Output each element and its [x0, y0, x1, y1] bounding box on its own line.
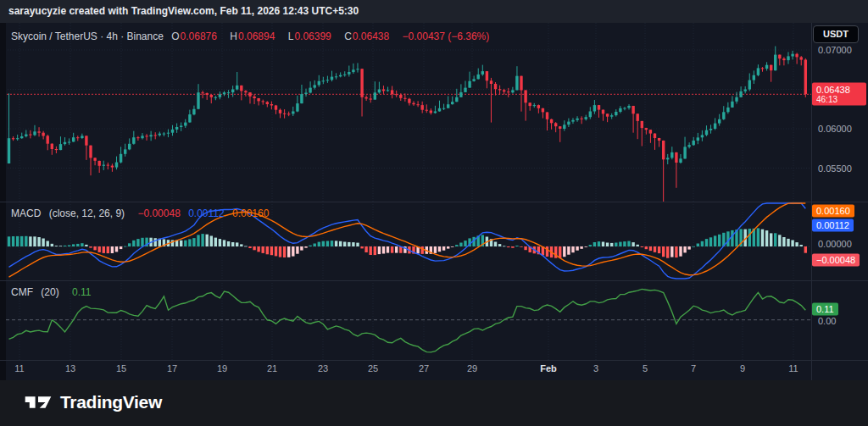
time-axis-label: 27: [419, 363, 429, 373]
macd-signal-value: 0.00160: [232, 207, 269, 219]
pane-separator[interactable]: [0, 280, 868, 281]
price-pane[interactable]: Skycoin / TetherUS · 4h · Binance O0.068…: [0, 23, 811, 202]
last-price-value: 0.06438: [816, 85, 866, 95]
symbol-title[interactable]: Skycoin / TetherUS · 4h · Binance: [11, 30, 164, 42]
axis-label: 0.07000: [818, 45, 852, 55]
attribution-bar: sarayucyzie created with TradingView.com…: [0, 0, 868, 23]
macd-pane[interactable]: MACD (close, 12, 26, 9) −0.00048 0.00112…: [0, 202, 811, 280]
attribution-text: sarayucyzie created with TradingView.com…: [8, 5, 359, 17]
bar-countdown: 46:13: [816, 95, 866, 104]
ohlc-high: H0.06894: [230, 30, 280, 42]
currency-unit-button[interactable]: USDT: [813, 25, 859, 43]
chart-area: Skycoin / TetherUS · 4h · Binance O0.068…: [0, 23, 868, 380]
tradingview-logo-text: TradingView: [60, 392, 162, 412]
time-axis-label: 25: [368, 363, 378, 373]
footer-bar: TradingView: [0, 380, 868, 426]
symbol-legend: Skycoin / TetherUS · 4h · Binance O0.068…: [11, 30, 494, 42]
time-axis-label: 7: [691, 363, 696, 373]
time-axis-label: 17: [167, 363, 177, 373]
cmf-pane-canvas[interactable]: [0, 280, 811, 360]
time-axis-label: 15: [116, 363, 126, 373]
axis-label: 0.00: [818, 316, 836, 326]
axis-label: 0.00000: [818, 239, 852, 249]
tradingview-logo-icon: [24, 391, 53, 413]
time-scale[interactable]: 11131517192123252729Feb357911: [0, 360, 811, 380]
time-axis-label: 21: [267, 363, 277, 373]
cmf-pane[interactable]: CMF (20) 0.11: [0, 280, 811, 360]
time-axis-label: 3: [593, 363, 598, 373]
macd-hist-value: −0.00048: [137, 207, 180, 219]
cmf-legend: CMF (20) 0.11: [11, 286, 97, 298]
pane-separator[interactable]: [0, 202, 868, 202]
macd-title[interactable]: MACD (close, 12, 26, 9): [11, 207, 130, 219]
macd-legend: MACD (close, 12, 26, 9) −0.00048 0.00112…: [11, 207, 274, 219]
time-axis-label: 29: [467, 363, 477, 373]
tradingview-snapshot: sarayucyzie created with TradingView.com…: [0, 0, 868, 426]
time-axis-label: 23: [318, 363, 328, 373]
time-axis-label: 11: [788, 363, 798, 373]
time-axis-separator: [0, 360, 868, 361]
axis-label: 0.06000: [818, 124, 852, 134]
time-axis-label: 9: [740, 363, 745, 373]
axis-value-badge: 0.00112: [812, 219, 854, 231]
cmf-value: 0.11: [72, 286, 91, 298]
axis-value-badge: 0.00160: [812, 205, 854, 218]
cmf-title[interactable]: CMF (20): [11, 286, 64, 298]
last-price-badge: 0.06438 46:13: [812, 83, 866, 106]
time-axis-label: 13: [65, 363, 75, 373]
time-axis-label: 11: [14, 363, 24, 373]
axis-label: 0.05500: [818, 163, 852, 174]
tradingview-logo[interactable]: TradingView: [24, 391, 162, 413]
time-axis-label: 5: [643, 363, 648, 373]
time-axis-label: 19: [217, 363, 227, 373]
ohlc-low: L0.06399: [288, 30, 337, 42]
ohlc-open: O0.06876: [171, 30, 222, 42]
ohlc-close: C0.06438: [344, 30, 394, 42]
price-pane-canvas[interactable]: [0, 23, 811, 202]
axis-value-badge: −0.00048: [812, 254, 860, 267]
change-value: −0.00437 (−6.36%): [403, 30, 490, 42]
axis-value-badge: 0.11: [812, 303, 838, 316]
time-axis-label: Feb: [540, 363, 557, 373]
macd-line-value: 0.00112: [188, 207, 225, 219]
